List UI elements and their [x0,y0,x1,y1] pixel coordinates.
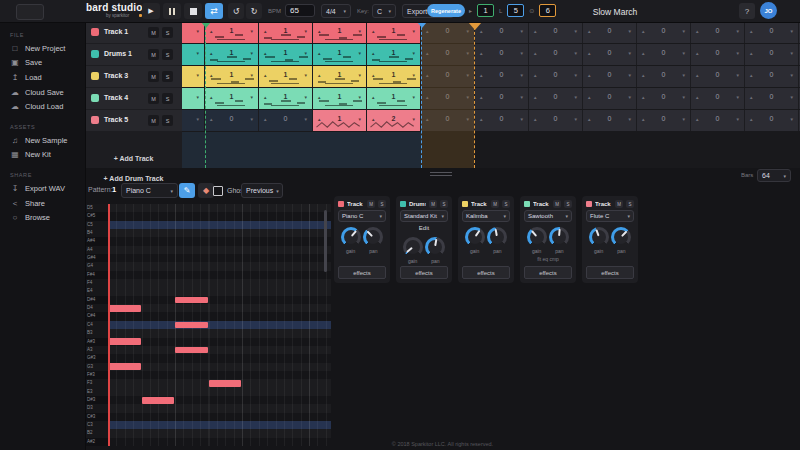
transpose-down-icon[interactable]: ▼ [574,95,578,100]
timeline-cell[interactable]: ▲0▼ [529,110,583,131]
transpose-down-icon[interactable]: ▼ [736,29,740,34]
pattern-clip[interactable]: ▲1▼ [259,88,313,109]
timeline-cell[interactable]: ▲0▼ [745,88,799,109]
timeline-cell[interactable]: ▲0▼ [745,110,799,131]
pattern-clip[interactable]: ▲1▼ [259,22,313,43]
solo-button[interactable]: S [162,115,173,126]
avatar[interactable]: JO [760,2,777,19]
piano-key[interactable]: D3 [85,404,108,412]
piano-key[interactable]: G3 [85,363,108,371]
piano-key[interactable]: A#4 [85,237,108,245]
eraser-tool-button[interactable]: ◆ [198,183,214,198]
timeline-cell[interactable]: ▲0▼ [583,110,637,131]
transpose-down-icon[interactable]: ▼ [790,29,794,34]
timeline-cell[interactable]: ▲0▼ [583,66,637,87]
transpose-down-icon[interactable]: ▼ [628,95,632,100]
timeline-cell[interactable]: ▲0▼ [475,88,529,109]
transpose-down-icon[interactable]: ▼ [412,29,416,34]
sidebar-item-new-sample[interactable]: ♫New Sample [0,133,85,148]
song-end-bar-input[interactable]: 6 [539,4,556,17]
timeline-cell[interactable]: ▲0▼ [637,88,691,109]
loop-end-bar-input[interactable]: 5 [507,4,524,17]
piano-key[interactable]: G4 [85,262,108,270]
piano-key[interactable]: E3 [85,388,108,396]
piano-note[interactable] [108,305,141,312]
preset-select[interactable]: Kalimba▾ [462,210,510,222]
track-header[interactable]: Track 1MS [85,22,182,43]
piano-key[interactable]: F3 [85,379,108,387]
help-button[interactable]: ? [739,3,755,19]
gain-knob[interactable] [403,237,423,257]
piano-roll-scrollbar[interactable] [324,210,327,272]
transpose-down-icon[interactable]: ▼ [304,117,308,122]
timeline-cell[interactable]: ▲0▼ [637,110,691,131]
preset-select[interactable]: Sawtooth▾ [524,210,572,222]
transpose-down-icon[interactable]: ▼ [736,117,740,122]
mute-button[interactable]: M [148,115,159,126]
pattern-clip[interactable]: ▲1▼ [313,22,367,43]
timeline-cell[interactable]: ▲0▼ [475,22,529,43]
panel-resize-handle[interactable] [430,170,452,178]
piano-note[interactable] [108,338,141,345]
song-title[interactable]: Slow March [555,7,675,17]
sidebar-item-new-kit[interactable]: ▦New Kit [0,148,85,163]
preset-select[interactable]: Piano C▾ [338,210,386,222]
effects-button[interactable]: effects [338,266,386,279]
transpose-down-icon[interactable]: ▼ [520,51,524,56]
timeline-cell[interactable]: ▲0▼ [637,22,691,43]
mute-button[interactable]: M [491,200,499,208]
gain-knob[interactable] [341,227,361,247]
timeline-cell[interactable]: ▲0▼ [691,44,745,65]
piano-key[interactable]: D#3 [85,396,108,404]
start-bar-input[interactable]: 1 [477,4,494,17]
mute-button[interactable]: M [148,49,159,60]
transpose-down-icon[interactable]: ▼ [790,117,794,122]
sidebar-item-new-project[interactable]: □New Project [0,41,85,56]
pan-knob[interactable] [425,237,445,257]
transpose-down-icon[interactable]: ▼ [412,51,416,56]
timeline-cell[interactable]: ▼ [182,88,205,109]
solo-button[interactable]: S [162,71,173,82]
sidebar-item-export-wav[interactable]: ↧Export WAV [0,181,85,196]
menu-button[interactable] [16,4,44,20]
pattern-clip[interactable]: ▲1▼ [367,44,421,65]
pattern-clip[interactable]: ▲1▼ [205,66,259,87]
track-header[interactable]: Track 5MS [85,110,182,131]
timeline-cell[interactable]: ▲0▼ [259,110,313,131]
transpose-down-icon[interactable]: ▼ [628,73,632,78]
timeline-cell[interactable]: ▲0▼ [583,88,637,109]
piano-key[interactable]: A3 [85,346,108,354]
add-track-button[interactable]: + Add Track [85,155,182,162]
transpose-down-icon[interactable]: ▼ [520,117,524,122]
timeline-cell[interactable]: ▼ [182,66,205,87]
solo-button[interactable]: S [162,49,173,60]
transpose-down-icon[interactable]: ▼ [682,73,686,78]
transpose-down-icon[interactable]: ▼ [736,51,740,56]
timeline-cell[interactable]: ▲0▼ [691,66,745,87]
pan-knob[interactable] [611,227,631,247]
transpose-down-icon[interactable]: ▼ [304,29,308,34]
timeline-cell[interactable]: ▲0▼ [529,44,583,65]
pattern-clip[interactable]: ▲2▼ [367,110,421,131]
timeline-cell[interactable]: ▲0▼ [583,22,637,43]
instrument-select[interactable]: Piano C▾ [121,183,178,198]
transpose-down-icon[interactable]: ▼ [520,29,524,34]
timeline-cell[interactable]: ▲0▼ [475,66,529,87]
track-header[interactable]: Track 3MS [85,66,182,87]
piano-key[interactable]: A4 [85,246,108,254]
transpose-down-icon[interactable]: ▼ [520,95,524,100]
transpose-down-icon[interactable]: ▼ [628,29,632,34]
track-header[interactable]: Drums 1MS [85,44,182,65]
pattern-clip[interactable]: ▲1▼ [367,66,421,87]
piano-key[interactable]: B4 [85,229,108,237]
timeline-cell[interactable]: ▲0▼ [529,22,583,43]
gain-knob[interactable] [465,227,485,247]
timeline-cell[interactable]: ▲0▼ [205,110,259,131]
pattern-clip[interactable]: ▲1▼ [313,110,367,131]
pattern-clip[interactable]: ▲1▼ [313,44,367,65]
pattern-clip[interactable]: ▲1▼ [313,88,367,109]
timeline-cell[interactable]: ▲0▼ [745,44,799,65]
ghost-checkbox[interactable] [213,186,223,196]
play-button[interactable]: ▶ [142,3,160,19]
transpose-down-icon[interactable]: ▼ [304,95,308,100]
